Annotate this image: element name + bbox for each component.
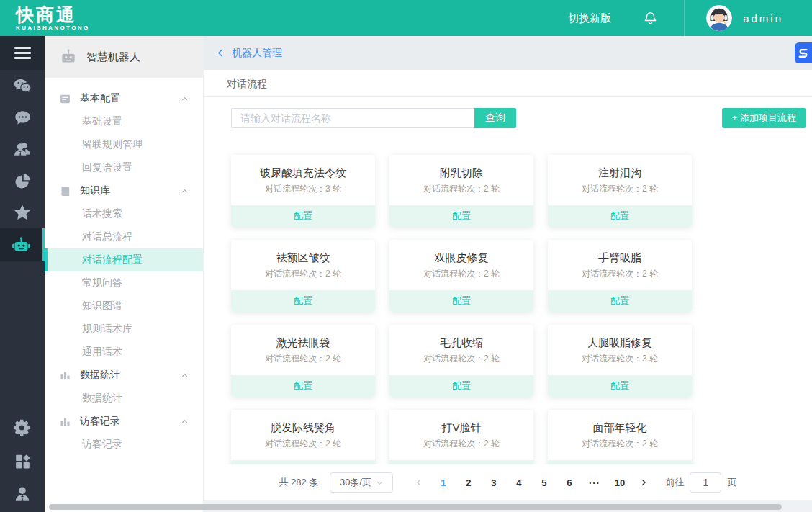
item-label: 对话流程配置 [82, 253, 143, 266]
sidebar-item-dialogue-main-flow[interactable]: 对话总流程 [45, 225, 203, 248]
card-rounds: 对话流程轮次：2 轮 [389, 354, 533, 364]
card-rounds: 对话流程轮次：2 轮 [231, 354, 375, 364]
add-flow-button[interactable]: + 添加项目流程 [722, 108, 806, 128]
search-bar: 查询 [231, 108, 516, 128]
section-label: 基本配置 [80, 92, 120, 105]
card-rounds: 对话流程轮次：2 轮 [548, 184, 692, 194]
card-rounds: 对话流程轮次：2 轮 [389, 269, 533, 279]
card-rounds: 对话流程轮次：3 轮 [548, 354, 692, 364]
configure-link[interactable]: 配置 [389, 205, 533, 227]
apps-grid-icon[interactable] [0, 444, 45, 477]
item-label: 留联规则管理 [82, 138, 143, 151]
pagination-bar: 共 282 条 30条/页 1 2 3 4 5 6 ··· 10 前往 页 [204, 464, 812, 500]
item-label: 访客记录 [82, 438, 122, 451]
page-number-6[interactable]: 6 [556, 477, 582, 488]
configure-link[interactable]: 配置 [548, 205, 692, 227]
item-label: 规则话术库 [82, 323, 132, 336]
app-header: 快商通 KUAISHANGTONG 切换新版 admin [0, 0, 812, 36]
section-knowledge-base[interactable]: 知识库 [45, 179, 203, 202]
configure-link[interactable]: 配置 [231, 375, 375, 397]
active-indicator-bar [45, 248, 48, 271]
configure-link[interactable]: 配置 [231, 290, 375, 312]
card-title: 注射泪沟 [548, 166, 692, 179]
page-size-value: 30条/页 [340, 476, 371, 489]
id-card-icon [59, 93, 71, 105]
sidebar-item-general-scripts[interactable]: 通用话术 [45, 341, 203, 364]
floating-service-badge-icon[interactable] [795, 42, 812, 63]
robot-head-icon [59, 48, 78, 66]
sidebar-item-faq[interactable]: 常规问答 [45, 271, 203, 295]
card-rounds: 对话流程轮次：3 轮 [231, 184, 375, 194]
item-label: 通用话术 [82, 346, 122, 359]
page-size-select[interactable]: 30条/页 [330, 472, 393, 493]
goto-page-input[interactable] [690, 472, 721, 493]
configure-link[interactable]: 配置 [389, 290, 533, 312]
icon-rail-bottom [0, 411, 45, 511]
card-rounds: 对话流程轮次：2 轮 [231, 269, 375, 279]
page-number-3[interactable]: 3 [481, 477, 506, 488]
horizontal-scrollbar[interactable] [49, 504, 782, 510]
main-content: 机器人管理 对话流程 查询 + 添加项目流程 玻尿酸填充法令纹 对话流程轮次：3… [204, 36, 812, 512]
section-visitor-records[interactable]: 访客记录 [45, 410, 203, 433]
sidebar-title: 智慧机器人 [86, 50, 140, 64]
gear-icon[interactable] [0, 411, 45, 444]
header-divider [684, 0, 685, 36]
username[interactable]: admin [743, 12, 783, 24]
header-right: 切换新版 admin [568, 0, 812, 36]
page-number-4[interactable]: 4 [506, 477, 531, 488]
card-rounds: 对话流程轮次：2 轮 [389, 439, 533, 449]
book-icon [59, 185, 71, 197]
switch-version-link[interactable]: 切换新版 [568, 12, 611, 25]
chevron-up-icon [181, 418, 189, 426]
card-rounds: 对话流程轮次：2 轮 [548, 439, 692, 449]
pie-chart-icon[interactable] [0, 165, 45, 197]
sidebar-item-basic-settings[interactable]: 基础设置 [45, 110, 203, 133]
brand-logo: 快商通 KUAISHANGTONG [16, 5, 90, 31]
star-icon[interactable] [0, 197, 45, 228]
configure-link[interactable]: 配置 [548, 375, 692, 397]
page-number-5[interactable]: 5 [531, 477, 556, 488]
page-number-1[interactable]: 1 [430, 477, 456, 488]
user-icon[interactable] [0, 477, 45, 511]
sidebar-item-dialogue-flow-config[interactable]: 对话流程配置 [45, 248, 203, 271]
section-label: 知识库 [80, 184, 110, 197]
breadcrumb[interactable]: 机器人管理 [204, 36, 812, 70]
card-rounds: 对话流程轮次：2 轮 [231, 439, 375, 449]
chat-bubble-icon[interactable] [0, 102, 45, 133]
prev-page-button[interactable] [407, 478, 430, 487]
page-number-2[interactable]: 2 [456, 477, 481, 488]
sidebar-item-retention-rules[interactable]: 留联规则管理 [45, 133, 203, 156]
sidebar-item-visitor-records[interactable]: 访客记录 [45, 433, 203, 456]
sidebar-item-script-search[interactable]: 话术搜索 [45, 202, 203, 225]
bar-chart-icon [59, 416, 71, 428]
robot-icon[interactable] [0, 228, 45, 261]
sidebar: 智慧机器人 基本配置 基础设置 留联规则管理 回复语设置 知识库 话术搜索 对话… [45, 36, 204, 512]
flow-card: 毛孔收缩 对话流程轮次：2 轮 配置 [389, 325, 533, 397]
configure-link[interactable]: 配置 [231, 205, 375, 227]
chevron-left-icon [216, 48, 225, 58]
sidebar-item-data-stats[interactable]: 数据统计 [45, 387, 203, 410]
section-data-stats[interactable]: 数据统计 [45, 364, 203, 387]
section-basic-config[interactable]: 基本配置 [45, 87, 203, 110]
query-button[interactable]: 查询 [474, 108, 516, 128]
flow-card-grid: 玻尿酸填充法令纹 对话流程轮次：3 轮 配置 附乳切除 对话流程轮次：2 轮 配… [231, 155, 692, 482]
sidebar-menu: 基本配置 基础设置 留联规则管理 回复语设置 知识库 话术搜索 对话总流程 对话… [45, 78, 203, 456]
sidebar-item-knowledge-graph[interactable]: 知识图谱 [45, 295, 203, 318]
avatar[interactable] [706, 5, 732, 31]
more-pages-ellipsis[interactable]: ··· [582, 477, 607, 488]
sidebar-item-reply-settings[interactable]: 回复语设置 [45, 156, 203, 179]
configure-link[interactable]: 配置 [389, 375, 533, 397]
page-number-10[interactable]: 10 [607, 477, 632, 488]
flow-card: 附乳切除 对话流程轮次：2 轮 配置 [389, 155, 533, 227]
chevron-up-icon [181, 187, 189, 195]
wechat-icon[interactable] [0, 70, 45, 102]
hamburger-menu-icon[interactable] [0, 36, 45, 70]
notification-bell-icon[interactable] [643, 11, 658, 26]
card-rounds: 对话流程轮次：2 轮 [548, 269, 692, 279]
configure-link[interactable]: 配置 [548, 290, 692, 312]
users-icon[interactable] [0, 133, 45, 165]
search-input[interactable] [231, 108, 474, 128]
sidebar-item-rule-script-lib[interactable]: 规则话术库 [45, 318, 203, 341]
item-label: 回复语设置 [82, 161, 132, 174]
next-page-button[interactable] [632, 478, 655, 487]
